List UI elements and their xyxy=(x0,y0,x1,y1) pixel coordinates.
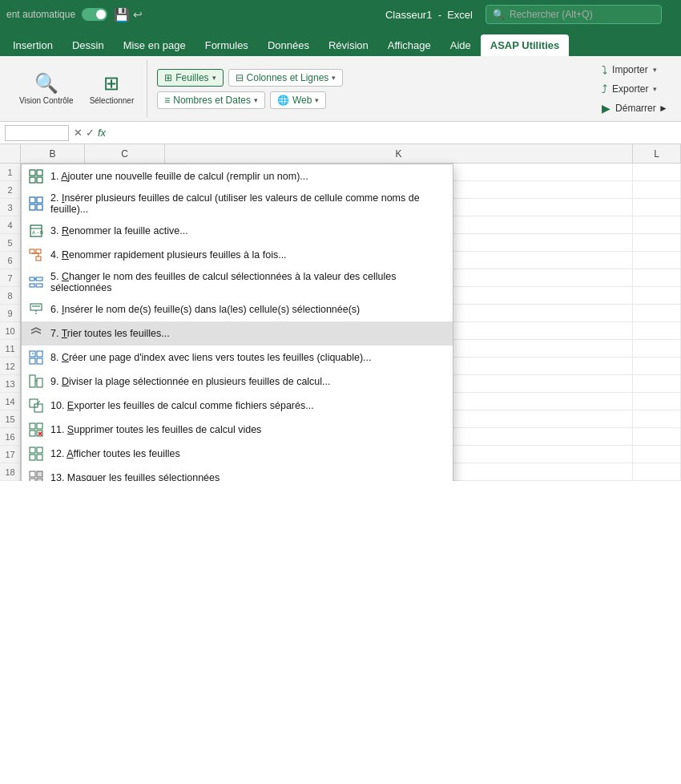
undo-icon[interactable]: ↩ xyxy=(133,8,143,21)
tab-asap[interactable]: ASAP Utilities xyxy=(481,34,569,56)
col-header-k: K xyxy=(165,144,633,163)
web-button[interactable]: 🌐 Web ▾ xyxy=(270,91,326,109)
menu-item-13[interactable]: 13. Masquer les feuilles sélectionnées xyxy=(22,466,453,481)
svg-rect-3 xyxy=(37,177,42,183)
menu-item-1[interactable]: 1. Ajouter une nouvelle feuille de calcu… xyxy=(22,164,453,188)
menu-item-7[interactable]: 7. Trier toutes les feuilles... xyxy=(22,321,453,346)
svg-rect-11 xyxy=(30,249,34,253)
svg-rect-12 xyxy=(36,249,41,253)
menu-icon-9 xyxy=(28,374,44,390)
svg-rect-30 xyxy=(30,358,35,364)
ribbon-tabs: Insertion Dessin Mise en page Formules D… xyxy=(0,29,681,56)
demarrer-button[interactable]: ▶ Démarrer ► xyxy=(595,100,675,116)
tab-donnees[interactable]: Données xyxy=(258,34,319,56)
menu-item-10[interactable]: 10. Exporter les feuilles de calcul comm… xyxy=(22,394,453,418)
menu-icon-12 xyxy=(28,446,44,462)
menu-text-11: 11. Supprimer toutes les feuilles de cal… xyxy=(50,424,261,435)
menu-icon-11 xyxy=(28,422,44,438)
check-icon[interactable]: ✓ xyxy=(86,127,95,139)
menu-icon-3: A→B xyxy=(28,223,44,239)
save-icon[interactable]: 💾 xyxy=(114,7,130,22)
menu-icon-2 xyxy=(28,196,44,212)
svg-rect-45 xyxy=(30,447,35,453)
exporter-label: Exporter xyxy=(612,83,648,95)
menu-icon-6 xyxy=(28,301,44,317)
filename: Classeur1 xyxy=(385,9,433,21)
menu-text-2: 2. Insérer plusieurs feuilles de calcul … xyxy=(50,192,446,215)
fx-icon[interactable]: fx xyxy=(98,127,106,139)
svg-rect-50 xyxy=(37,471,42,477)
menu-item-6[interactable]: 6. Insérer le nom de(s) feuille(s) dans … xyxy=(22,297,453,321)
vision-icon: 🔍 xyxy=(34,72,58,95)
menu-text-5: 5. Changer le nom des feuilles de calcul… xyxy=(50,271,446,293)
svg-rect-15 xyxy=(36,257,41,261)
svg-rect-19 xyxy=(36,284,42,287)
search-box[interactable]: 🔍 Rechercher (Alt+Q) xyxy=(486,5,662,24)
svg-rect-16 xyxy=(30,277,34,281)
demarrer-label: Démarrer ► xyxy=(615,103,668,114)
menu-icon-1 xyxy=(28,168,44,184)
svg-rect-7 xyxy=(37,204,42,210)
menu-text-8: 8. Créer une page d'index avec liens ver… xyxy=(50,352,372,363)
web-arrow: ▾ xyxy=(315,96,319,104)
formula-bar: ✕ ✓ fx xyxy=(0,122,681,144)
importer-button[interactable]: ⤵ Importer ▾ xyxy=(595,62,675,78)
search-placeholder: Rechercher (Alt+Q) xyxy=(510,9,593,20)
formula-input[interactable] xyxy=(111,125,676,141)
titlebar: ent automatique 💾 ↩ Classeur1 - Excel 🔍 … xyxy=(0,0,681,29)
tab-revision[interactable]: Révision xyxy=(319,34,378,56)
menu-icon-10 xyxy=(28,398,44,414)
menu-item-11[interactable]: 11. Supprimer toutes les feuilles de cal… xyxy=(22,418,453,442)
col-header-l: L xyxy=(633,144,681,163)
selectionner-label: Sélectionner xyxy=(90,96,135,105)
tab-insertion[interactable]: Insertion xyxy=(3,34,62,56)
menu-item-4[interactable]: 4. Renommer rapidement plusieurs feuille… xyxy=(22,243,453,267)
column-headers: B C K L xyxy=(0,144,681,164)
menu-item-8[interactable]: 8. Créer une page d'index avec liens ver… xyxy=(22,346,453,370)
menu-icon-5 xyxy=(28,274,44,290)
exporter-icon: ⤴ xyxy=(602,83,607,95)
svg-rect-36 xyxy=(30,399,38,407)
feuilles-button[interactable]: ⊞ Feuilles ▾ xyxy=(157,69,223,87)
colonnes-lignes-button[interactable]: ⊟ Colonnes et Lignes ▾ xyxy=(228,69,344,87)
tab-formules[interactable]: Formules xyxy=(195,34,258,56)
tab-dessin[interactable]: Dessin xyxy=(62,34,114,56)
svg-line-25 xyxy=(36,328,41,330)
nombres-dates-button[interactable]: ≡ Nombres et Dates ▾ xyxy=(157,91,265,109)
formula-icons: ✕ ✓ fx xyxy=(74,127,106,139)
menu-text-10: 10. Exporter les feuilles de calcul comm… xyxy=(50,400,314,411)
svg-rect-34 xyxy=(37,378,42,387)
autosave-toggle[interactable] xyxy=(82,8,107,21)
menu-item-9[interactable]: 9. Diviser la plage sélectionnée en plus… xyxy=(22,370,453,394)
menu-text-9: 9. Diviser la plage sélectionnée en plus… xyxy=(50,376,331,387)
menu-item-5[interactable]: 5. Changer le nom des feuilles de calcul… xyxy=(22,267,453,297)
ribbon-toolbar: 🔍 Vision Contrôle ⊞ Sélectionner ⊞ Feuil… xyxy=(0,56,681,122)
exporter-button[interactable]: ⤴ Exporter ▾ xyxy=(595,81,675,97)
row-18: 18 xyxy=(0,463,20,481)
svg-rect-39 xyxy=(30,423,35,429)
col-header-c: C xyxy=(85,144,165,163)
vision-label: Vision Contrôle xyxy=(19,96,74,106)
svg-rect-4 xyxy=(30,197,35,203)
row-17: 17 xyxy=(0,446,20,463)
titlebar-icons: 💾 ↩ xyxy=(114,7,143,22)
web-icon: 🌐 xyxy=(277,95,289,106)
menu-text-3: 3. Renommer la feuille active... xyxy=(50,225,188,236)
menu-item-12[interactable]: 12. Afficher toutes les feuilles xyxy=(22,442,453,466)
row-15: 15 xyxy=(0,410,20,428)
row-numbers: 1 2 3 4 5 6 7 8 9 10 11 12 13 14 15 16 1… xyxy=(0,164,21,481)
vision-controle-button[interactable]: 🔍 Vision Contrôle xyxy=(13,69,80,109)
colonnes-arrow: ▾ xyxy=(332,74,336,82)
svg-line-27 xyxy=(36,331,41,333)
menu-item-2[interactable]: 2. Insérer plusieurs feuilles de calcul … xyxy=(22,188,453,219)
row-13: 13 xyxy=(0,375,20,393)
tab-affichage[interactable]: Affichage xyxy=(378,34,441,56)
cross-icon[interactable]: ✕ xyxy=(74,127,83,139)
name-box[interactable] xyxy=(5,125,69,141)
row-10: 10 xyxy=(0,322,20,340)
tab-aide[interactable]: Aide xyxy=(441,34,481,56)
tab-mise-en-page[interactable]: Mise en page xyxy=(114,34,195,56)
colonnes-label: Colonnes et Lignes xyxy=(247,72,329,83)
menu-item-3[interactable]: A→B 3. Renommer la feuille active... xyxy=(22,219,453,243)
selectionner-button[interactable]: ⊞ Sélectionner xyxy=(83,69,141,108)
